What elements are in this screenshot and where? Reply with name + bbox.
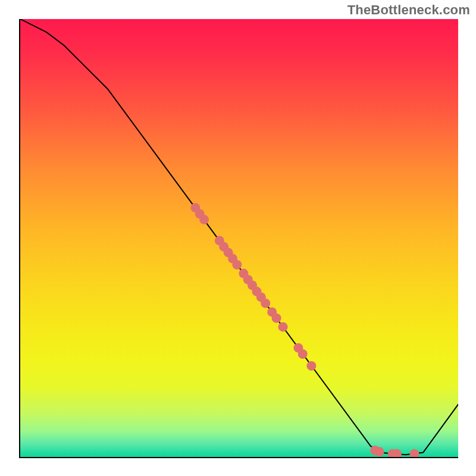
- chart-container: TheBottleneck.com: [0, 0, 476, 476]
- data-point: [298, 349, 308, 359]
- data-point: [232, 260, 242, 270]
- plot-area: [19, 19, 458, 458]
- data-point: [272, 314, 281, 323]
- data-point: [409, 449, 419, 457]
- data-point: [306, 361, 316, 371]
- data-point: [199, 215, 209, 224]
- marker-cluster: [190, 203, 419, 457]
- curve-layer: [20, 19, 458, 457]
- data-point: [261, 299, 270, 308]
- data-point: [278, 322, 288, 331]
- data-point: [375, 447, 384, 456]
- attribution-text: TheBottleneck.com: [347, 2, 470, 18]
- bottleneck-curve: [20, 19, 458, 455]
